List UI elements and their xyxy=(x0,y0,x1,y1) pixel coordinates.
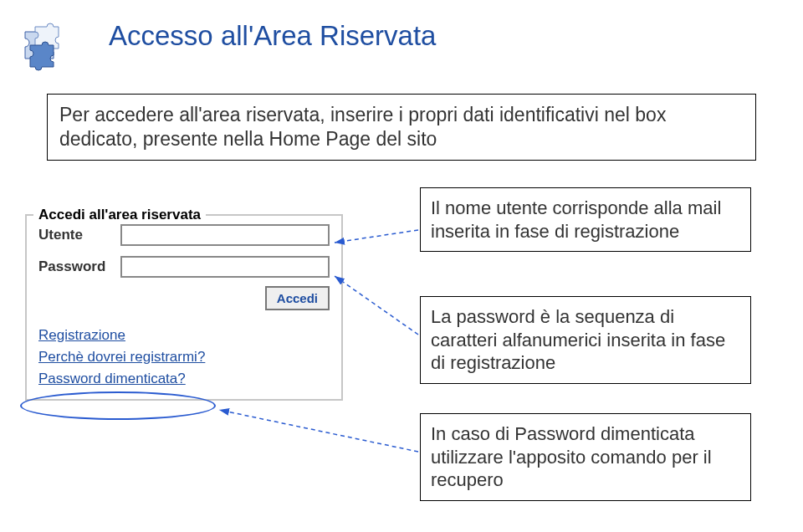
note-forgot: In caso di Password dimenticata utilizza… xyxy=(420,413,751,501)
password-input[interactable] xyxy=(120,256,330,278)
page-title: Accesso all'Area Riservata xyxy=(109,20,436,52)
puzzle-icon xyxy=(10,12,77,79)
register-link[interactable]: Registrazione xyxy=(38,327,330,344)
why-register-link[interactable]: Perchè dovrei registrarmi? xyxy=(38,349,330,366)
login-box: Accedi all'area riservata Utente Passwor… xyxy=(25,214,343,401)
password-label: Password xyxy=(38,258,120,275)
forgot-password-link[interactable]: Password dimenticata? xyxy=(38,371,330,387)
note-username: Il nome utente corrisponde alla mail ins… xyxy=(420,187,751,252)
svg-line-1 xyxy=(335,276,418,335)
login-button[interactable]: Accedi xyxy=(265,286,330,310)
svg-line-0 xyxy=(335,230,418,243)
user-label: Utente xyxy=(38,227,120,243)
note-password: La password è la sequenza di caratteri a… xyxy=(420,296,751,384)
login-header: Accedi all'area riservata xyxy=(33,207,206,223)
user-input[interactable] xyxy=(120,224,330,246)
svg-line-2 xyxy=(219,410,418,452)
intro-text: Per accedere all'area riservata, inserir… xyxy=(47,94,756,161)
